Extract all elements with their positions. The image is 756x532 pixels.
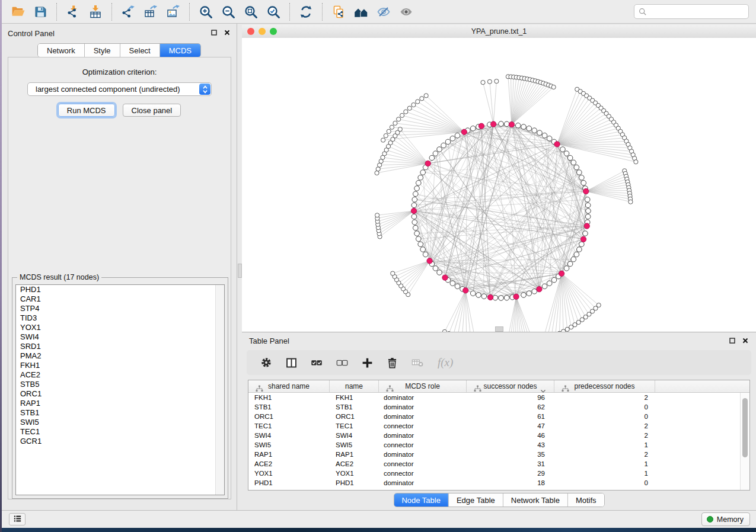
- mcds-result-item[interactable]: ORC1: [16, 389, 224, 399]
- tab-network[interactable]: Network: [38, 44, 84, 57]
- graph-node[interactable]: [527, 126, 532, 132]
- table-row[interactable]: STB1STB1dominator620: [248, 402, 749, 412]
- graph-node[interactable]: [407, 106, 412, 110]
- mcds-hub-node[interactable]: [509, 121, 514, 127]
- graph-node[interactable]: [532, 289, 537, 294]
- graph-node[interactable]: [551, 85, 556, 89]
- mcds-result-item[interactable]: PMA2: [16, 351, 224, 361]
- graph-node[interactable]: [455, 284, 460, 289]
- graph-node[interactable]: [537, 130, 543, 136]
- mcds-result-item[interactable]: GCR1: [16, 437, 224, 446]
- graph-node[interactable]: [412, 214, 417, 219]
- graph-node[interactable]: [445, 139, 451, 145]
- mcds-hub-node[interactable]: [584, 223, 589, 229]
- graph-node[interactable]: [577, 247, 582, 252]
- graph-node[interactable]: [557, 331, 562, 332]
- graph-node[interactable]: [515, 123, 521, 129]
- graph-node[interactable]: [493, 295, 498, 300]
- import-network-button[interactable]: [62, 3, 84, 21]
- zoom-fit-button[interactable]: [240, 3, 262, 21]
- deselect-all-button[interactable]: [336, 356, 349, 369]
- column-header-predecessor-nodes[interactable]: predecessor nodes: [554, 380, 655, 392]
- mcds-result-item[interactable]: SRD1: [16, 342, 224, 351]
- mcds-hub-node[interactable]: [559, 271, 564, 276]
- graph-node[interactable]: [547, 136, 552, 141]
- graph-node[interactable]: [441, 143, 446, 148]
- table-row[interactable]: TEC1TEC1connector472: [248, 421, 749, 431]
- graph-node[interactable]: [542, 133, 547, 138]
- graph-node[interactable]: [381, 138, 385, 142]
- tab-select[interactable]: Select: [120, 44, 160, 57]
- table-scrollbar-thumb[interactable]: [742, 398, 748, 457]
- tab-mcds[interactable]: MCDS: [160, 44, 200, 57]
- graph-node[interactable]: [423, 252, 428, 257]
- zoom-window-button[interactable]: [270, 28, 277, 35]
- mcds-hub-node[interactable]: [583, 188, 589, 194]
- graph-node[interactable]: [573, 323, 577, 327]
- graph-node[interactable]: [532, 128, 537, 133]
- column-header-successor-nodes[interactable]: successor nodes: [467, 380, 554, 392]
- mcds-hub-node[interactable]: [487, 294, 493, 300]
- graph-node[interactable]: [521, 124, 527, 130]
- graph-node[interactable]: [634, 160, 638, 164]
- graph-node[interactable]: [420, 97, 424, 101]
- select-all-button[interactable]: [310, 356, 323, 369]
- graph-node[interactable]: [418, 242, 423, 247]
- graph-node[interactable]: [551, 277, 557, 283]
- close-panel-button[interactable]: [742, 337, 749, 344]
- tab-motifs[interactable]: Motifs: [567, 493, 604, 507]
- mcds-hub-node[interactable]: [580, 236, 586, 242]
- criterion-select[interactable]: largest connected component (undirected): [27, 82, 212, 96]
- graph-node[interactable]: [420, 170, 426, 175]
- column-header-mcds-role[interactable]: MCDS role: [379, 380, 467, 392]
- open-file-button[interactable]: [7, 3, 29, 21]
- graph-node[interactable]: [571, 160, 576, 165]
- graph-node[interactable]: [397, 117, 401, 121]
- table-row[interactable]: SWI5SWI5connector431: [248, 440, 749, 450]
- graph-node[interactable]: [391, 271, 395, 275]
- mcds-hub-node[interactable]: [411, 208, 416, 213]
- graph-node[interactable]: [400, 113, 404, 117]
- graph-node[interactable]: [476, 293, 481, 298]
- table-row[interactable]: FKH1FKH1dominator962: [248, 393, 749, 402]
- graph-node[interactable]: [567, 261, 573, 267]
- graph-node[interactable]: [418, 175, 423, 180]
- delete-column-button[interactable]: [386, 357, 398, 369]
- save-session-button[interactable]: [29, 3, 52, 21]
- graph-node[interactable]: [574, 252, 579, 257]
- graph-node[interactable]: [470, 126, 476, 132]
- graph-node[interactable]: [565, 327, 569, 331]
- graph-node[interactable]: [375, 213, 379, 217]
- graph-node[interactable]: [521, 293, 527, 298]
- mcds-result-item[interactable]: FKH1: [16, 361, 224, 370]
- mcds-result-item[interactable]: YOX1: [16, 323, 224, 332]
- table-row[interactable]: ORC1ORC1dominator610: [248, 412, 749, 421]
- graph-node[interactable]: [542, 284, 547, 289]
- graph-node[interactable]: [470, 291, 476, 296]
- mcds-result-item[interactable]: TID3: [16, 313, 224, 323]
- first-neighbors-button[interactable]: [350, 3, 372, 21]
- mcds-hub-node[interactable]: [425, 161, 430, 166]
- export-table-button[interactable]: [139, 3, 162, 21]
- graph-node[interactable]: [581, 180, 586, 185]
- graph-node[interactable]: [393, 121, 397, 125]
- tab-node-table[interactable]: Node Table: [394, 493, 448, 507]
- mcds-hub-node[interactable]: [537, 286, 542, 291]
- graph-node[interactable]: [586, 209, 591, 214]
- graph-node[interactable]: [564, 266, 569, 271]
- search-field[interactable]: [634, 4, 749, 19]
- splitter-handle[interactable]: [238, 264, 242, 278]
- mcds-result-scrollbar[interactable]: [215, 285, 224, 495]
- graph-node[interactable]: [495, 79, 499, 84]
- close-panel-button[interactable]: [224, 29, 231, 36]
- graph-node[interactable]: [583, 231, 588, 236]
- graph-node[interactable]: [398, 127, 402, 132]
- search-input[interactable]: [649, 7, 748, 17]
- table-row[interactable]: PHD1PHD1dominator180: [248, 478, 749, 488]
- graph-node[interactable]: [577, 170, 582, 175]
- graph-node[interactable]: [569, 325, 573, 329]
- graph-node[interactable]: [504, 295, 509, 300]
- graph-node[interactable]: [437, 270, 442, 275]
- graph-node[interactable]: [416, 180, 422, 185]
- zoom-selected-button[interactable]: [262, 3, 285, 21]
